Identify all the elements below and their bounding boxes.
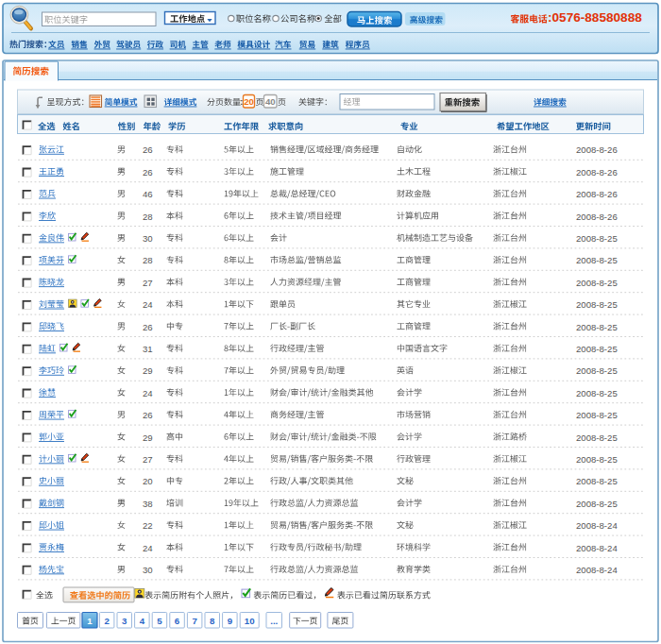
svg-text:2008-8-25: 2008-8-25: [576, 255, 618, 265]
svg-text:26: 26: [143, 322, 153, 332]
svg-text:2008-8-25: 2008-8-25: [576, 278, 618, 288]
svg-text:40: 40: [265, 96, 276, 107]
svg-text:26: 26: [143, 144, 153, 155]
svg-text:38: 38: [143, 499, 153, 509]
svg-text:24: 24: [143, 543, 153, 553]
svg-text:9: 9: [228, 616, 233, 626]
svg-text:26: 26: [143, 167, 153, 178]
svg-text:20: 20: [143, 476, 153, 486]
svg-text:2008-8-26: 2008-8-26: [576, 212, 618, 222]
svg-text:2008-8-25: 2008-8-25: [576, 365, 618, 376]
svg-text:28: 28: [143, 255, 153, 265]
svg-text:5: 5: [157, 616, 162, 626]
svg-text:2008-8-25: 2008-8-25: [576, 454, 618, 465]
svg-text:2008-8-25: 2008-8-25: [576, 476, 618, 486]
svg-text:29: 29: [143, 365, 153, 376]
svg-text:20: 20: [244, 96, 254, 107]
svg-text:3: 3: [122, 616, 127, 626]
svg-text:2008-8-26: 2008-8-26: [576, 189, 618, 199]
svg-text:7: 7: [192, 616, 196, 626]
svg-text:2008-8-24: 2008-8-24: [576, 520, 618, 531]
svg-text:2008-8-24: 2008-8-24: [576, 565, 618, 575]
svg-text:4: 4: [140, 616, 145, 626]
svg-text:2008-8-25: 2008-8-25: [576, 299, 618, 310]
svg-text:29: 29: [143, 432, 153, 443]
svg-text:2008-8-25: 2008-8-25: [576, 233, 618, 244]
svg-text:2008-8-25: 2008-8-25: [576, 322, 618, 332]
svg-text:31: 31: [143, 344, 153, 354]
svg-text:...: ...: [270, 616, 278, 626]
svg-text:2: 2: [104, 616, 109, 626]
svg-text:2008-8-25: 2008-8-25: [576, 388, 618, 398]
svg-text:2008-8-25: 2008-8-25: [576, 344, 618, 354]
svg-text:2008-8-25: 2008-8-25: [576, 410, 618, 420]
svg-text:10: 10: [245, 616, 255, 626]
svg-text:30: 30: [143, 565, 153, 575]
svg-text:24: 24: [143, 299, 153, 310]
svg-text:8: 8: [210, 616, 215, 626]
svg-text:6: 6: [175, 616, 180, 626]
svg-text:2008-8-26: 2008-8-26: [576, 167, 618, 178]
svg-text:27: 27: [143, 454, 153, 465]
svg-text:26: 26: [143, 410, 153, 420]
svg-text:2008-8-24: 2008-8-24: [576, 543, 618, 553]
svg-text:28: 28: [143, 212, 153, 222]
svg-text:30: 30: [143, 233, 153, 244]
svg-text:27: 27: [143, 278, 153, 288]
svg-text::: :: [240, 97, 243, 107]
svg-text::0576-88580888: :0576-88580888: [548, 10, 642, 25]
svg-text:1: 1: [87, 616, 93, 626]
svg-text:2008-8-25: 2008-8-25: [576, 432, 618, 443]
svg-text:46: 46: [143, 189, 153, 199]
svg-text:24: 24: [143, 388, 153, 398]
svg-text:2008-8-25: 2008-8-25: [576, 499, 618, 509]
svg-text:2008-8-26: 2008-8-26: [576, 144, 618, 155]
svg-text:22: 22: [143, 520, 153, 531]
